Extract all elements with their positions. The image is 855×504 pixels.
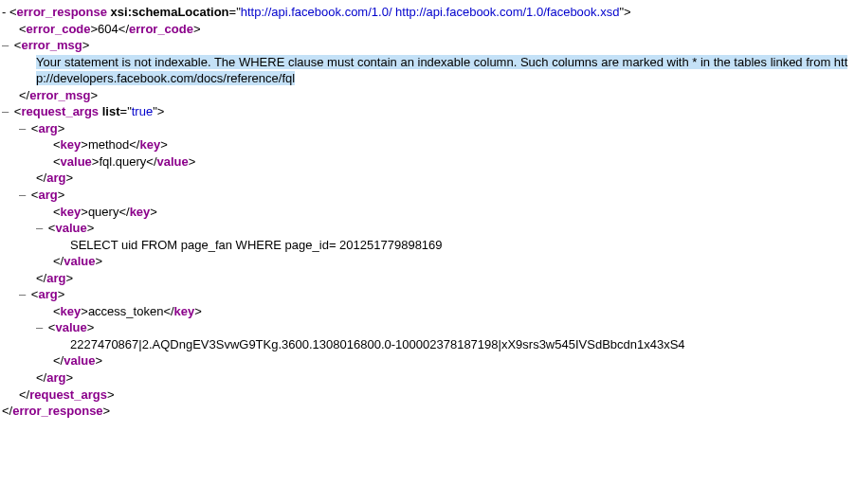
xml-close-root: </error_response> (2, 403, 853, 420)
xml-arg-close: </arg> (2, 270, 853, 287)
xml-open-root: - <error_response xsi:schemaLocation="ht… (2, 4, 853, 21)
xml-arg-value-open: – <value> (2, 319, 853, 336)
xml-arg-value-close: </value> (2, 253, 853, 270)
xml-error-msg-close: </error_msg> (2, 87, 853, 104)
xml-tree: - <error_response xsi:schemaLocation="ht… (2, 4, 853, 420)
xml-arg-key: <key>access_token</key> (2, 303, 853, 320)
xml-request-args-open: – <request_args list="true"> (2, 103, 853, 120)
xml-arg-value-text: SELECT uid FROM page_fan WHERE page_id= … (2, 237, 853, 254)
xml-arg-value-text: 2227470867|2.AQDngEV3SvwG9TKg.3600.13080… (2, 336, 853, 353)
xml-arg-open: – <arg> (2, 120, 853, 137)
xml-error-msg-open: – <error_msg> (2, 37, 853, 54)
xml-arg-close: </arg> (2, 170, 853, 187)
xml-arg-key: <key>method</key> (2, 136, 853, 153)
xml-arg-value-open: – <value> (2, 220, 853, 237)
xml-error-msg-text: Your statement is not indexable. The WHE… (2, 54, 853, 87)
xml-arg-close: </arg> (2, 369, 853, 387)
xml-error-code: <error_code>604</error_code> (2, 21, 853, 38)
xml-request-args-close: </request_args> (2, 387, 853, 404)
xml-arg-value: <value>fql.query</value> (2, 153, 853, 171)
xml-arg-value-close: </value> (2, 352, 853, 369)
xml-arg-open: – <arg> (2, 286, 853, 303)
xml-arg-open: – <arg> (2, 187, 853, 204)
xml-arg-key: <key>query</key> (2, 204, 853, 221)
